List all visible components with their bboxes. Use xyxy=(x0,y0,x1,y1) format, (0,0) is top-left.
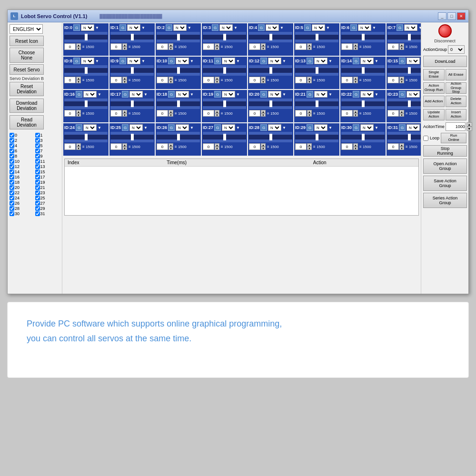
servo-num-input-11[interactable] xyxy=(203,77,214,83)
close-button[interactable]: ✕ xyxy=(457,12,466,20)
single-erase-button[interactable]: SingleErase xyxy=(423,69,445,80)
servo-checkbox-15[interactable] xyxy=(35,169,40,174)
servo-checkbox-12[interactable] xyxy=(10,164,14,169)
all-erase-button[interactable]: All Erase xyxy=(446,69,467,80)
servo-checkbox-18[interactable] xyxy=(10,180,14,185)
servo-num-input-26[interactable] xyxy=(157,143,168,150)
servo-spin-up-12[interactable]: ▲ xyxy=(261,77,266,80)
servo-spin-down-27[interactable]: ▼ xyxy=(215,147,219,150)
servo-n-select-19[interactable]: N xyxy=(222,91,235,98)
servo-slider-thumb-11[interactable] xyxy=(223,67,226,74)
servo-spin-up-15[interactable]: ▲ xyxy=(399,77,404,80)
servo-num-input-25[interactable] xyxy=(110,143,122,150)
servo-slider-thumb-28[interactable] xyxy=(269,134,272,140)
servo-spin-down-17[interactable]: ▼ xyxy=(122,113,127,117)
servo-g-btn-13[interactable]: G xyxy=(307,58,313,64)
servo-checkbox-19[interactable] xyxy=(35,180,40,185)
servo-slider-thumb-14[interactable] xyxy=(362,67,365,74)
servo-g-btn-5[interactable]: G xyxy=(304,24,311,31)
servo-spin-up-7[interactable]: ▲ xyxy=(399,43,404,47)
servo-spin-down-9[interactable]: ▼ xyxy=(122,80,127,83)
servo-g-btn-4[interactable]: G xyxy=(258,24,265,31)
servo-g-btn-12[interactable]: G xyxy=(260,58,267,64)
servo-checkbox-16[interactable] xyxy=(10,175,14,179)
servo-g-btn-30[interactable]: G xyxy=(353,124,359,131)
series-action-group-button[interactable]: Series ActionGroup xyxy=(423,193,467,208)
servo-slider-thumb-2[interactable] xyxy=(177,34,180,40)
servo-spin-up-31[interactable]: ▲ xyxy=(399,143,404,147)
servo-slider-thumb-17[interactable] xyxy=(131,100,134,107)
read-deviation-button[interactable]: ReadDeviation xyxy=(10,115,44,129)
servo-spin-up-29[interactable]: ▲ xyxy=(307,143,312,147)
save-action-group-button[interactable]: Save ActionGroup xyxy=(423,176,467,191)
servo-slider-thumb-9[interactable] xyxy=(131,67,134,74)
servo-checkbox-23[interactable] xyxy=(35,190,40,195)
servo-spin-down-0[interactable]: ▼ xyxy=(76,47,81,50)
servo-checkbox-29[interactable] xyxy=(35,206,40,211)
action-group-run-button[interactable]: ActionGroup Run xyxy=(423,82,445,94)
servo-checkbox-8[interactable] xyxy=(10,154,14,159)
servo-num-input-24[interactable] xyxy=(64,143,76,150)
servo-spin-down-29[interactable]: ▼ xyxy=(307,147,312,150)
servo-spin-down-2[interactable]: ▼ xyxy=(169,47,173,50)
servo-g-btn-26[interactable]: G xyxy=(168,124,175,131)
servo-num-input-9[interactable] xyxy=(110,77,122,83)
servo-n-select-12[interactable]: N xyxy=(268,58,281,64)
servo-g-btn-8[interactable]: G xyxy=(73,58,80,64)
servo-n-select-11[interactable]: N xyxy=(222,58,235,64)
time-spin-down[interactable]: ▼ xyxy=(466,127,472,131)
servo-slider-thumb-3[interactable] xyxy=(223,34,226,40)
servo-num-input-16[interactable] xyxy=(64,110,76,117)
servo-n-select-10[interactable]: N xyxy=(176,58,189,64)
servo-n-select-2[interactable]: N xyxy=(173,24,187,31)
servo-checkbox-20[interactable] xyxy=(10,185,14,190)
servo-n-select-5[interactable]: N xyxy=(312,24,325,31)
servo-g-btn-23[interactable]: G xyxy=(399,91,406,98)
servo-n-select-29[interactable]: N xyxy=(314,124,327,131)
reset-servo-button[interactable]: Reset Servo xyxy=(10,64,44,75)
servo-spin-down-16[interactable]: ▼ xyxy=(76,113,81,117)
servo-slider-thumb-31[interactable] xyxy=(408,134,411,140)
servo-g-btn-9[interactable]: G xyxy=(119,58,126,64)
update-action-button[interactable]: UpdateAction xyxy=(423,109,445,120)
servo-g-btn-19[interactable]: G xyxy=(214,91,221,98)
servo-checkbox-1[interactable] xyxy=(35,133,40,138)
choose-none-button[interactable]: ChooseNone xyxy=(10,48,44,63)
servo-spin-down-6[interactable]: ▼ xyxy=(353,47,358,50)
servo-spin-down-25[interactable]: ▼ xyxy=(122,147,127,150)
language-select[interactable]: ENGLISH xyxy=(10,24,43,34)
servo-slider-thumb-12[interactable] xyxy=(269,67,272,74)
servo-slider-thumb-22[interactable] xyxy=(362,100,365,107)
loop-checkbox[interactable] xyxy=(423,136,428,141)
servo-num-input-18[interactable] xyxy=(157,110,168,117)
servo-slider-thumb-24[interactable] xyxy=(85,134,88,140)
servo-spin-up-11[interactable]: ▲ xyxy=(215,77,219,80)
servo-n-select-7[interactable]: N xyxy=(404,24,417,31)
servo-n-select-31[interactable]: N xyxy=(407,124,420,131)
servo-spin-down-14[interactable]: ▼ xyxy=(353,80,358,83)
stop-running-button[interactable]: StopRunning xyxy=(423,145,467,157)
servo-slider-thumb-15[interactable] xyxy=(408,67,411,74)
servo-n-select-23[interactable]: N xyxy=(407,91,420,98)
servo-checkbox-5[interactable] xyxy=(35,143,40,148)
servo-slider-thumb-19[interactable] xyxy=(223,100,226,107)
servo-spin-down-13[interactable]: ▼ xyxy=(307,80,312,83)
insert-action-button[interactable]: InsertAction xyxy=(446,109,467,120)
servo-slider-thumb-4[interactable] xyxy=(269,34,272,40)
action-time-input[interactable] xyxy=(446,122,466,131)
servo-num-input-21[interactable] xyxy=(295,110,307,117)
servo-g-btn-24[interactable]: G xyxy=(76,124,82,131)
servo-slider-thumb-29[interactable] xyxy=(316,134,318,140)
servo-g-btn-21[interactable]: G xyxy=(307,91,313,98)
servo-n-select-27[interactable]: N xyxy=(222,124,235,131)
servo-n-select-24[interactable]: N xyxy=(83,124,97,131)
servo-n-select-17[interactable]: N xyxy=(129,91,143,98)
servo-spin-down-4[interactable]: ▼ xyxy=(261,47,266,50)
servo-g-btn-31[interactable]: G xyxy=(399,124,406,131)
download-button[interactable]: DownLoad xyxy=(423,56,467,67)
servo-spin-down-22[interactable]: ▼ xyxy=(353,113,358,117)
minimize-button[interactable]: _ xyxy=(438,12,446,20)
servo-num-input-0[interactable] xyxy=(64,43,76,50)
servo-num-input-8[interactable] xyxy=(64,77,76,83)
servo-spin-up-4[interactable]: ▲ xyxy=(261,43,266,47)
